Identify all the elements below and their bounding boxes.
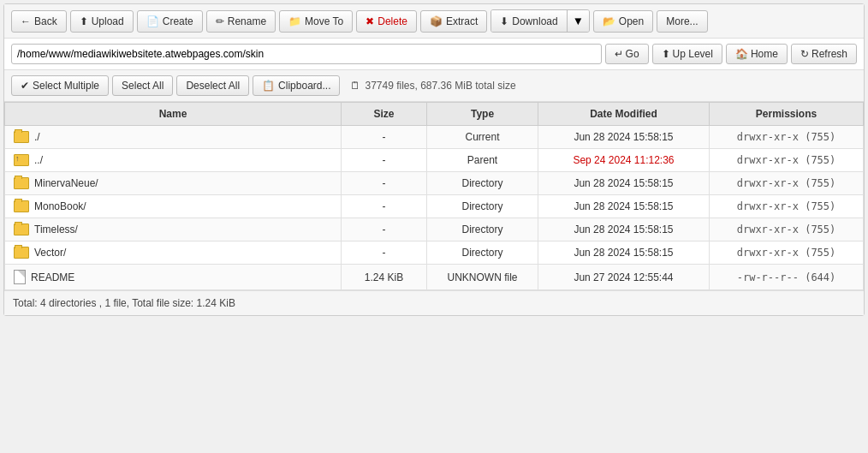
file-permissions: -rw-r--r-- (644) [710, 265, 864, 290]
file-name-cell: ./ [5, 126, 342, 149]
file-permissions: drwxr-xr-x (755) [710, 126, 864, 149]
deselect-all-button[interactable]: Deselect All [176, 75, 249, 96]
file-date: Jun 28 2024 15:58:15 [538, 195, 710, 218]
table-row[interactable]: MinervaNeue/ - Directory Jun 28 2024 15:… [5, 172, 864, 195]
file-name-cell: README [5, 265, 342, 290]
file-size: - [342, 241, 427, 265]
home-icon: 🏠 [735, 48, 748, 60]
file-size: - [342, 218, 427, 241]
file-name: MinervaNeue/ [34, 177, 98, 189]
file-name: MonoBook/ [34, 200, 86, 212]
refresh-button[interactable]: ↻ Refresh [791, 44, 857, 64]
file-name: ./ [34, 131, 40, 143]
file-size: - [342, 149, 427, 172]
select-all-button[interactable]: Select All [112, 75, 173, 96]
clipboard-icon: 📋 [262, 80, 275, 92]
toolbar: ← Back ⬆ Upload 📄 Create ✏ Rename 📁 Move… [4, 4, 864, 39]
col-header-size: Size [342, 103, 427, 126]
file-type: UNKNOWN file [427, 265, 538, 290]
file-date: Jun 28 2024 15:58:15 [538, 126, 710, 149]
file-size: - [342, 126, 427, 149]
table-row[interactable]: ↑ ../ - Parent Sep 24 2024 11:12:36 drwx… [5, 149, 864, 172]
create-button[interactable]: 📄 Create [137, 10, 203, 33]
file-type: Parent [427, 149, 538, 172]
uplevel-button[interactable]: ⬆ Up Level [652, 44, 722, 64]
open-icon: 📂 [603, 15, 615, 27]
col-header-type: Type [427, 103, 538, 126]
parent-folder-icon: ↑ [14, 154, 29, 166]
file-count: 🗒 37749 files, 687.36 MiB total size [350, 80, 515, 92]
delete-icon: ✖ [366, 15, 374, 27]
col-header-permissions: Permissions [710, 103, 864, 126]
file-type: Directory [427, 218, 538, 241]
file-icon [14, 270, 26, 284]
file-name: Vector/ [34, 247, 66, 259]
chevron-down-icon: ▼ [573, 15, 584, 27]
upload-icon: ⬆ [80, 15, 88, 27]
col-header-date: Date Modified [538, 103, 710, 126]
file-date: Sep 24 2024 11:12:36 [538, 149, 710, 172]
file-type: Directory [427, 195, 538, 218]
file-type: Directory [427, 241, 538, 265]
uplevel-icon: ⬆ [662, 48, 670, 60]
table-row[interactable]: Timeless/ - Directory Jun 28 2024 15:58:… [5, 218, 864, 241]
file-size: - [342, 172, 427, 195]
back-icon: ← [21, 15, 31, 27]
file-permissions: drwxr-xr-x (755) [710, 149, 864, 172]
download-arrow-button[interactable]: ▼ [568, 10, 589, 32]
file-type: Current [427, 126, 538, 149]
path-bar: ↵ Go ⬆ Up Level 🏠 Home ↻ Refresh [4, 39, 864, 70]
download-icon: ⬇ [500, 15, 508, 27]
back-button[interactable]: ← Back [11, 10, 67, 33]
more-button[interactable]: More... [657, 10, 707, 33]
clipboard-button[interactable]: 📋 Clipboard... [253, 75, 340, 96]
go-icon: ↵ [615, 48, 623, 60]
refresh-icon: ↻ [800, 48, 809, 60]
files-icon: 🗒 [350, 80, 360, 92]
open-button[interactable]: 📂 Open [593, 10, 653, 33]
file-name: README [31, 271, 74, 283]
table-row[interactable]: README 1.24 KiB UNKNOWN file Jun 27 2024… [5, 265, 864, 290]
download-button[interactable]: ⬇ Download [491, 10, 567, 32]
rename-icon: ✏ [216, 15, 224, 27]
go-button[interactable]: ↵ Go [605, 44, 649, 64]
file-name-cell: Vector/ [5, 241, 342, 265]
col-header-name: Name [5, 103, 342, 126]
moveto-button[interactable]: 📁 Move To [279, 10, 353, 33]
folder-icon [14, 224, 29, 235]
file-size: - [342, 195, 427, 218]
file-name-cell: MonoBook/ [5, 195, 342, 218]
file-size: 1.24 KiB [342, 265, 427, 290]
delete-button[interactable]: ✖ Delete [356, 10, 417, 33]
footer-summary: Total: 4 directories , 1 file, Total fil… [13, 297, 235, 309]
extract-icon: 📦 [430, 15, 443, 27]
folder-icon [14, 200, 29, 212]
file-name: Timeless/ [34, 224, 78, 235]
download-split-button: ⬇ Download ▼ [490, 9, 590, 33]
select-bar: ✔ Select Multiple Select All Deselect Al… [4, 70, 864, 102]
folder-icon [14, 131, 29, 143]
upload-button[interactable]: ⬆ Upload [70, 10, 134, 33]
file-table: Name Size Type Date Modified Permissions… [4, 102, 864, 290]
select-multiple-button[interactable]: ✔ Select Multiple [11, 75, 109, 96]
table-row[interactable]: Vector/ - Directory Jun 28 2024 15:58:15… [5, 241, 864, 265]
file-date: Jun 28 2024 15:58:15 [538, 172, 710, 195]
file-date: Jun 28 2024 15:58:15 [538, 218, 710, 241]
file-date: Jun 27 2024 12:55:44 [538, 265, 710, 290]
table-row[interactable]: MonoBook/ - Directory Jun 28 2024 15:58:… [5, 195, 864, 218]
file-name-cell: ↑ ../ [5, 149, 342, 172]
file-permissions: drwxr-xr-x (755) [710, 195, 864, 218]
file-name-cell: Timeless/ [5, 218, 342, 241]
rename-button[interactable]: ✏ Rename [206, 10, 276, 33]
file-type: Directory [427, 172, 538, 195]
file-permissions: drwxr-xr-x (755) [710, 241, 864, 265]
file-permissions: drwxr-xr-x (755) [710, 218, 864, 241]
path-input[interactable] [11, 44, 602, 64]
folder-icon [14, 247, 29, 259]
file-date: Jun 28 2024 15:58:15 [538, 241, 710, 265]
file-name: ../ [34, 154, 43, 166]
home-button[interactable]: 🏠 Home [726, 44, 788, 64]
table-footer: Total: 4 directories , 1 file, Total fil… [4, 290, 864, 315]
extract-button[interactable]: 📦 Extract [420, 10, 487, 33]
table-row[interactable]: ./ - Current Jun 28 2024 15:58:15 drwxr-… [5, 126, 864, 149]
